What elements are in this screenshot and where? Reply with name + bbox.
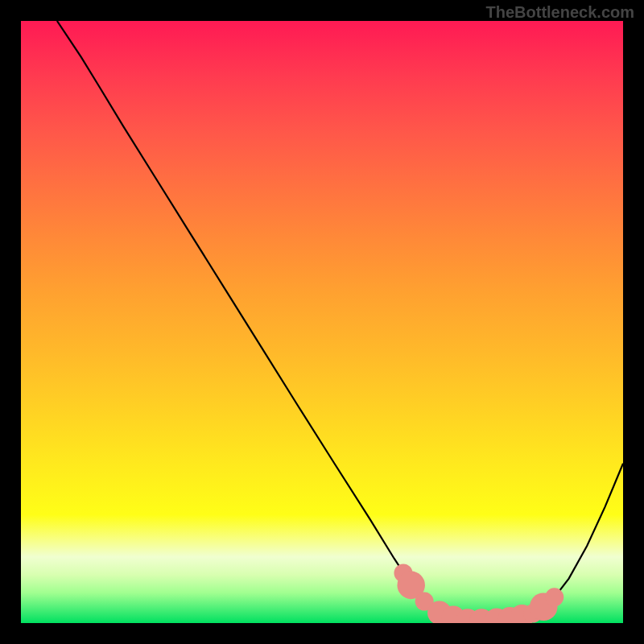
curve-marker [545,588,564,606]
marker-group [394,564,564,623]
chart-svg [21,21,623,623]
bottleneck-curve [57,21,623,621]
plot-area [21,21,623,623]
attribution-text: TheBottleneck.com [486,3,634,22]
